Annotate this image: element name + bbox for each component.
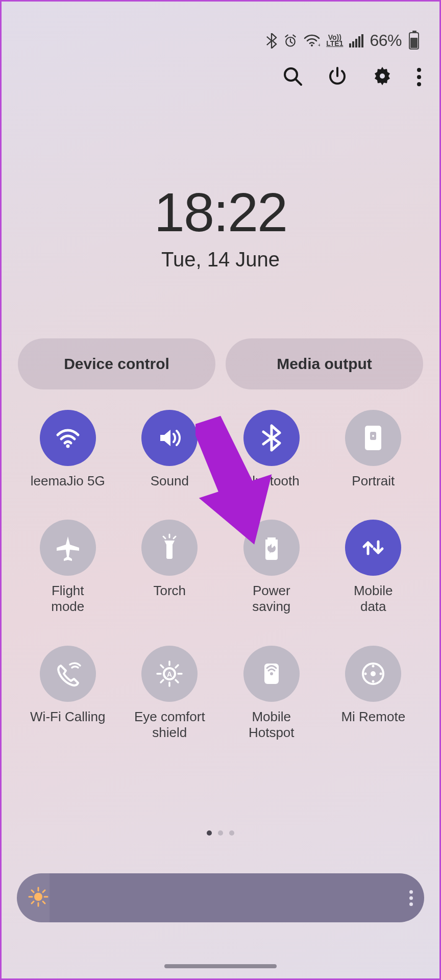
media-output-button[interactable]: Media output [226, 338, 423, 389]
clock: 18:22 Tue, 14 June [2, 180, 439, 271]
wifi-calling-icon [40, 646, 96, 702]
tile-label: Mobile data [354, 583, 393, 615]
svg-point-36 [372, 665, 375, 667]
more-options-button[interactable] [417, 68, 421, 86]
brightness-slider[interactable] [17, 873, 424, 922]
gear-icon [372, 66, 393, 86]
quick-settings-grid: leemaJio 5GSoundBluetoothPortraitFlight … [22, 410, 419, 741]
signal-icon [349, 34, 363, 47]
svg-rect-17 [166, 544, 173, 559]
tile-power-saving[interactable]: Power saving [226, 520, 317, 615]
svg-point-38 [364, 672, 367, 675]
svg-point-35 [371, 671, 376, 676]
tile-label: Portrait [352, 473, 395, 489]
svg-point-1 [311, 44, 313, 46]
tile-label: Eye comfort shield [134, 709, 205, 741]
eye-comfort-icon: A [141, 646, 198, 702]
svg-line-9 [296, 80, 301, 85]
svg-line-30 [176, 665, 178, 668]
wifi-status-icon: + [304, 34, 320, 47]
svg-line-31 [161, 680, 163, 682]
smart-buttons-row: Device control Media output [18, 338, 423, 389]
battery-percent: 66% [370, 31, 402, 50]
tile-label: Torch [153, 583, 186, 599]
tile-label: Mobile Hotspot [249, 709, 295, 741]
hotspot-icon [243, 646, 300, 702]
pager-dot[interactable] [218, 830, 223, 836]
clock-time: 18:22 [2, 180, 439, 244]
tile-label: Flight mode [51, 583, 84, 615]
home-indicator[interactable] [164, 964, 277, 968]
svg-point-37 [372, 680, 375, 682]
power-icon [327, 66, 348, 86]
power-button[interactable] [327, 66, 348, 88]
pager-dots[interactable] [2, 830, 439, 836]
svg-point-8 [285, 68, 297, 81]
svg-rect-5 [355, 39, 357, 47]
search-icon [282, 66, 303, 86]
svg-rect-4 [352, 41, 354, 47]
svg-line-29 [176, 680, 178, 682]
tile-label: Wi-Fi Calling [30, 709, 105, 725]
svg-line-28 [161, 665, 163, 668]
status-bar: + Vo)) LTE1 66% [266, 31, 419, 50]
airplane-icon [40, 520, 96, 576]
remote-icon [345, 646, 401, 702]
svg-line-19 [163, 536, 165, 538]
tile-bluetooth[interactable]: Bluetooth [226, 410, 317, 489]
pager-dot[interactable] [229, 830, 234, 836]
alarm-icon [283, 34, 298, 48]
svg-point-33 [270, 672, 273, 675]
svg-rect-3 [349, 43, 351, 47]
svg-point-12 [66, 445, 69, 448]
svg-text:+: + [318, 42, 320, 47]
power-saving-icon [243, 520, 300, 576]
pager-dot[interactable] [207, 830, 212, 836]
bluetooth-icon [266, 33, 277, 48]
svg-rect-6 [358, 36, 360, 47]
mobile-data-icon [345, 520, 401, 576]
svg-point-11 [380, 74, 385, 79]
tile-label: Power saving [252, 583, 290, 615]
tile-label: Bluetooth [243, 473, 300, 489]
tile-portrait[interactable]: Portrait [328, 410, 420, 489]
wifi-icon [40, 410, 96, 466]
device-control-button[interactable]: Device control [18, 338, 215, 389]
search-button[interactable] [282, 66, 303, 88]
tile-wifi[interactable]: leemaJio 5G [22, 410, 114, 489]
tile-label: Sound [151, 473, 189, 489]
sound-icon [141, 410, 198, 466]
tile-remote[interactable]: Mi Remote [328, 646, 420, 741]
battery-icon [409, 32, 419, 50]
brightness-more-button[interactable] [409, 890, 413, 906]
tile-eye-comfort[interactable]: AEye comfort shield [124, 646, 216, 741]
portrait-icon [345, 410, 401, 466]
svg-text:A: A [167, 670, 172, 678]
tile-label: Mi Remote [341, 709, 405, 725]
svg-rect-7 [361, 34, 363, 47]
torch-icon [141, 520, 198, 576]
tile-torch[interactable]: Torch [124, 520, 216, 615]
bluetooth-icon [243, 410, 300, 466]
tile-wifi-calling[interactable]: Wi-Fi Calling [22, 646, 114, 741]
tile-label: leemaJio 5G [31, 473, 105, 489]
tile-sound[interactable]: Sound [124, 410, 216, 489]
lte-badge: Vo)) LTE1 [326, 34, 343, 47]
panel-actions [282, 66, 421, 88]
svg-rect-15 [372, 432, 375, 434]
tile-mobile-data[interactable]: Mobile data [328, 520, 420, 615]
clock-date: Tue, 14 June [2, 248, 439, 271]
tile-airplane[interactable]: Flight mode [22, 520, 114, 615]
svg-point-39 [380, 672, 382, 675]
settings-button[interactable] [372, 66, 393, 88]
svg-point-16 [372, 435, 374, 437]
svg-line-20 [174, 536, 176, 538]
tile-hotspot[interactable]: Mobile Hotspot [226, 646, 317, 741]
